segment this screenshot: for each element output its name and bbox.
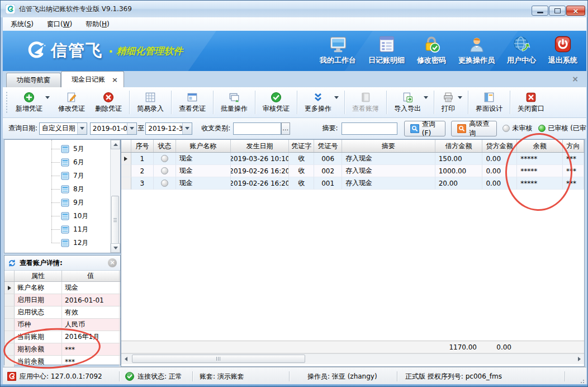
tree-item-6月[interactable]: 6月: [4, 155, 111, 169]
column-header-5[interactable]: 凭证字: [289, 140, 314, 152]
date-mode-select[interactable]: 自定义日期: [39, 122, 87, 135]
table-hscrollbar-thumb[interactable]: [132, 355, 305, 363]
toolbar-more-ops-button[interactable]: 更多操作: [300, 90, 336, 115]
menu-item-h[interactable]: 帮助(H): [80, 18, 115, 31]
property-row[interactable]: 币种人民币: [4, 319, 120, 331]
gray-sphere-icon: [502, 125, 510, 132]
property-row[interactable]: 当前余额***: [4, 356, 120, 368]
scroll-down-button[interactable]: [111, 243, 120, 253]
toolbar-close-window-button[interactable]: 关闭窗口: [513, 90, 549, 115]
property-row[interactable]: 期初余额***: [4, 343, 120, 356]
cell-date: 2019-02-26 16:20: [231, 165, 290, 177]
cell-summary: 存入现金: [342, 165, 435, 177]
table-row[interactable]: 1现金2019-03-26 10:10收006存入现金150.000.00***…: [121, 153, 584, 165]
toolbar-view-voucher-button[interactable]: 查看凭证: [174, 90, 211, 115]
tree-item-9月[interactable]: 9月: [4, 196, 111, 209]
category-input[interactable]: [233, 122, 281, 135]
banner-action-journal-detail[interactable]: 日记账明细: [368, 35, 405, 65]
tree-item-7月[interactable]: 7月: [4, 169, 111, 182]
table-hscrollbar[interactable]: [121, 353, 584, 364]
column-header-9[interactable]: 贷方金额: [482, 140, 517, 152]
triangle-right-icon: [578, 357, 581, 361]
tree-scrollbar-thumb[interactable]: [111, 196, 119, 245]
banner-action-switch-operator[interactable]: 更换操作员: [458, 35, 495, 65]
column-header-7[interactable]: 摘要: [342, 140, 435, 152]
cell-voucher_no: 002: [314, 165, 342, 177]
menu-item-s[interactable]: 系统(S): [5, 18, 39, 31]
banner-action-user-center[interactable]: 用户中心: [507, 35, 536, 65]
tree-item-10月[interactable]: 10月: [4, 209, 111, 223]
toolbar-import-export-button[interactable]: 导入导出: [389, 90, 426, 115]
resize-grip[interactable]: [579, 378, 585, 384]
property-row[interactable]: 启用状态有效: [4, 306, 120, 319]
date-from-select[interactable]: 2019-01-01: [90, 122, 137, 135]
green-sphere-icon: [538, 125, 546, 132]
tree-item-11月[interactable]: 11月: [4, 223, 111, 236]
table-row[interactable]: 3现金2019-02-26 16:20收001存入现金20.000.00****…: [121, 177, 584, 190]
menu-item-w[interactable]: 窗口(W): [41, 18, 78, 31]
date-to-value: 2019-12-31: [146, 125, 182, 133]
category-label: 收支类别:: [201, 124, 233, 133]
tab-close-icon[interactable]: ×: [112, 75, 118, 84]
tab-nav-window[interactable]: 功能导航窗: [6, 73, 61, 87]
table-row[interactable]: 2现金2019-02-26 16:20收002存入现金1000.000.00**…: [121, 165, 584, 177]
toolbar-button-label: 关闭窗口: [518, 104, 544, 114]
tab-cash-journal[interactable]: 现金日记账×: [61, 71, 124, 87]
account-panel-close-icon[interactable]: ×: [108, 258, 117, 267]
tree-item-12月[interactable]: 12月: [4, 236, 111, 249]
property-row[interactable]: 当前账期2016年1月: [4, 331, 120, 343]
row-marker-cell: [121, 165, 131, 177]
category-browse-button[interactable]: …: [281, 122, 290, 135]
toolbar-delete-voucher-button[interactable]: 删除凭证: [90, 90, 127, 115]
toolbar-simple-entry-button[interactable]: 简易录入: [132, 90, 169, 115]
scroll-up-button[interactable]: [111, 140, 120, 149]
workbench-icon: [329, 35, 347, 53]
banner-action-exit-system[interactable]: 退出系统: [548, 35, 577, 65]
refresh-icon[interactable]: [8, 259, 16, 267]
property-row[interactable]: 账户名称现金: [4, 282, 120, 294]
tree-scrollbar[interactable]: [110, 140, 120, 253]
date-to-select[interactable]: 2019-12-31: [145, 122, 192, 135]
column-header-11[interactable]: 方向: [563, 140, 584, 152]
toolbar-grip-handle[interactable]: [6, 91, 8, 114]
toolbar-ui-design-button[interactable]: 界面设计: [471, 90, 508, 115]
advanced-query-button-label: 高级查询: [469, 119, 490, 138]
banner-action-workbench[interactable]: 我的工作台: [320, 35, 356, 65]
toolbar-batch-ops-button[interactable]: 批量操作: [216, 90, 253, 115]
banner-action-change-password[interactable]: 修改密码: [417, 35, 446, 65]
tree-item-5月[interactable]: 5月: [4, 142, 111, 155]
toolbar-edit-voucher-button[interactable]: 修改凭证: [53, 90, 90, 115]
chevron-down-icon[interactable]: [334, 96, 339, 99]
toolbar-audit-voucher-button[interactable]: 审核凭证: [258, 90, 295, 115]
column-header-2[interactable]: 状态: [154, 140, 176, 152]
toolbar-add-voucher-button[interactable]: 新增凭证: [11, 90, 48, 115]
column-header-4[interactable]: 发生日期: [231, 140, 290, 152]
summary-input[interactable]: [342, 122, 397, 135]
chevron-down-icon[interactable]: [77, 123, 87, 134]
table-header-marker: [121, 140, 131, 152]
column-header-1[interactable]: 序号: [131, 140, 154, 152]
cell-date: 2019-03-26 10:10: [231, 153, 290, 165]
chevron-down-icon[interactable]: [424, 96, 428, 99]
column-header-8[interactable]: 借方金额: [435, 140, 483, 152]
chevron-down-icon[interactable]: [458, 96, 462, 99]
tree-item-8月[interactable]: 8月: [4, 182, 111, 196]
property-row[interactable]: 启用日期2016-01-01: [4, 294, 120, 306]
menubar: 系统(S)窗口(W)帮助(H): [3, 17, 586, 31]
column-header-3[interactable]: 账户名称: [176, 140, 231, 152]
column-header-6[interactable]: 凭证号: [314, 140, 342, 152]
minimize-button[interactable]: [532, 6, 548, 16]
toolbar-print-button[interactable]: 打印: [437, 90, 460, 115]
advanced-query-button[interactable]: 高级查询: [451, 121, 496, 136]
close-button[interactable]: ×: [566, 6, 585, 16]
print-icon: [443, 92, 454, 103]
chevron-down-icon[interactable]: [182, 123, 192, 134]
column-header-10[interactable]: 余额: [517, 140, 563, 152]
tabrow-close-icon[interactable]: ×: [572, 74, 578, 83]
restore-button[interactable]: [549, 6, 566, 16]
scroll-left-button[interactable]: [121, 354, 131, 364]
chevron-down-icon[interactable]: [45, 96, 50, 99]
chevron-down-icon[interactable]: [127, 123, 136, 134]
scroll-right-button[interactable]: [575, 354, 584, 364]
query-button[interactable]: 查询(F): [404, 121, 446, 136]
